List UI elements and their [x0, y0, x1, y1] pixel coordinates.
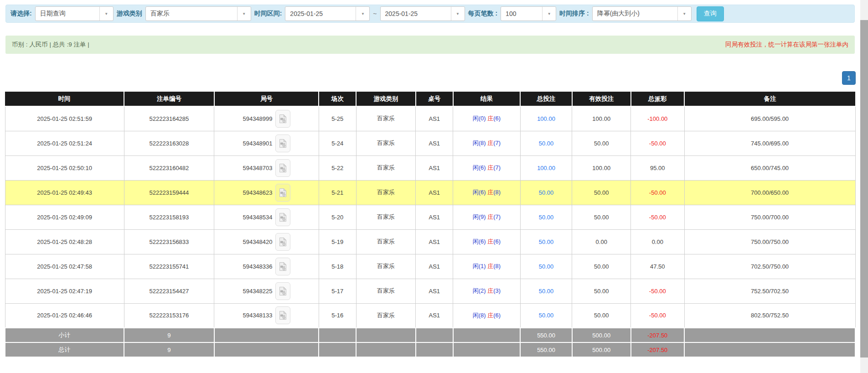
result-player: 闲(8)	[473, 312, 486, 319]
video-replay-button[interactable]	[275, 208, 290, 226]
round-id-group: 594348534	[214, 208, 318, 226]
bet-time-cell: 2025-01-25 02:50:10	[5, 155, 124, 180]
total-bet-link[interactable]: 50.00	[539, 238, 554, 245]
result-banker-points: (3)	[493, 287, 501, 294]
result-banker: 庄	[486, 312, 494, 319]
footer-count-cell: 9	[124, 328, 214, 342]
column-header: 桌号	[416, 92, 453, 106]
valid-bet-cell: 50.00	[572, 131, 631, 155]
total-bet-link[interactable]: 50.00	[539, 312, 554, 319]
result-banker: 庄	[486, 164, 494, 171]
footer-result-cell	[453, 342, 520, 357]
game-category-select[interactable]: 百家乐	[145, 6, 251, 21]
result-cell: 闲(8) 庄(6)	[453, 303, 520, 328]
round-id-cell: 594348225	[214, 279, 319, 303]
query-type-select[interactable]: 日期查询	[35, 6, 114, 21]
bet-id-cell: 522223158193	[124, 205, 214, 229]
scrollbar-thumb[interactable]	[860, 20, 868, 357]
chevron-down-icon	[542, 7, 556, 21]
total-bet-link[interactable]: 50.00	[539, 288, 554, 295]
total-bet-link[interactable]: 50.00	[539, 263, 554, 270]
column-header: 时间	[5, 92, 124, 106]
query-type-value: 日期查询	[36, 7, 99, 21]
result-player: 闲(9)	[473, 213, 486, 220]
total-bet-cell: 50.00	[520, 303, 572, 328]
video-replay-button[interactable]	[275, 233, 290, 251]
remark-cell: 750.00/750.00	[684, 229, 855, 254]
round-id-value: 594348999	[243, 115, 272, 122]
time-sort-value: 降幂(由大到小)	[593, 7, 677, 21]
game-category-value: 百家乐	[146, 7, 237, 21]
total-bet-link[interactable]: 100.00	[537, 165, 555, 171]
table-row: 2025-01-25 02:49:43522223159444594348623…	[5, 180, 855, 205]
footer-payout-cell: -207.50	[631, 342, 684, 357]
remark-cell: 802.50/752.50	[684, 303, 855, 328]
page-size-select[interactable]: 100	[501, 6, 556, 21]
bet-time-cell: 2025-01-25 02:49:43	[5, 180, 124, 205]
round-id-cell: 594348534	[214, 205, 319, 229]
search-button[interactable]: 查询	[697, 6, 724, 21]
result-banker: 庄	[486, 238, 494, 245]
round-id-cell: 594348623	[214, 180, 319, 205]
footer-label-cell: 小计	[5, 328, 124, 342]
date-from-value: 2025-01-25	[285, 7, 356, 21]
remark-cell: 650.00/745.00	[684, 155, 855, 180]
result-banker-points: (7)	[493, 164, 501, 171]
round-id-value: 594348901	[243, 140, 272, 147]
result-banker-points: (8)	[493, 189, 501, 196]
footer-session-cell	[319, 342, 356, 357]
currency-summary-text: 币别 : 人民币 | 总共 :9 注单 |	[12, 41, 89, 49]
footer-valid-bet-cell: 500.00	[572, 328, 631, 342]
payout-cell: 47.50	[631, 254, 684, 279]
video-replay-button[interactable]	[275, 258, 290, 275]
page-1-button[interactable]: 1	[842, 71, 856, 85]
valid-bet-cell: 50.00	[572, 254, 631, 279]
video-replay-button[interactable]	[275, 159, 290, 177]
game-category-cell: 百家乐	[356, 229, 416, 254]
result-banker-points: (7)	[493, 140, 501, 146]
round-id-cell: 594348703	[214, 155, 319, 180]
remark-cell: 752.50/702.50	[684, 279, 855, 303]
game-category-cell: 百家乐	[356, 180, 416, 205]
session-cell: 5-17	[319, 279, 356, 303]
bet-id-cell: 522223164285	[124, 106, 214, 131]
round-id-cell: 594348336	[214, 254, 319, 279]
result-player: 闲(2)	[473, 287, 486, 294]
table-id-cell: AS1	[416, 303, 453, 328]
footer-round-cell	[214, 342, 319, 357]
table-footer: 小计9550.00500.00-207.50总计9550.00500.00-20…	[5, 328, 855, 357]
table-row: 2025-01-25 02:48:28522223156833594348420…	[5, 229, 855, 254]
total-bet-link[interactable]: 50.00	[539, 189, 554, 196]
footer-result-cell	[453, 328, 520, 342]
date-to-select[interactable]: 2025-01-25	[380, 6, 465, 21]
result-player: 闲(6)	[473, 189, 486, 196]
video-replay-icon	[279, 114, 287, 124]
total-bet-cell: 50.00	[520, 205, 572, 229]
result-banker-points: (6)	[493, 238, 501, 245]
time-sort-select[interactable]: 降幂(由大到小)	[592, 6, 692, 21]
total-bet-link[interactable]: 100.00	[537, 115, 555, 122]
video-replay-button[interactable]	[275, 135, 290, 152]
column-header: 局号	[214, 92, 319, 106]
result-player: 闲(6)	[473, 238, 486, 245]
date-from-select[interactable]: 2025-01-25	[285, 6, 370, 21]
video-replay-button[interactable]	[275, 306, 290, 324]
video-replay-button[interactable]	[275, 184, 290, 202]
bet-id-cell: 522223159444	[124, 180, 214, 205]
total-bet-link[interactable]: 50.00	[539, 140, 554, 147]
total-bet-link[interactable]: 50.00	[539, 214, 554, 221]
video-replay-button[interactable]	[275, 110, 290, 128]
bet-time-cell: 2025-01-25 02:46:46	[5, 303, 124, 328]
chevron-down-icon	[237, 7, 251, 21]
table-row: 2025-01-25 02:46:46522223153176594348133…	[5, 303, 855, 328]
round-id-group: 594348623	[214, 184, 318, 202]
payout-cell: -50.00	[631, 180, 684, 205]
result-player: 闲(0)	[473, 115, 486, 122]
vertical-scrollbar[interactable]	[860, 0, 868, 373]
result-cell: 闲(6) 庄(6)	[453, 229, 520, 254]
round-id-value: 594348225	[243, 288, 272, 295]
settlement-notice-text: 同局有效投注，统一计算在该局第一张注单内	[725, 41, 848, 49]
video-replay-button[interactable]	[275, 282, 290, 300]
result-banker: 庄	[486, 189, 494, 196]
session-cell: 5-21	[319, 180, 356, 205]
